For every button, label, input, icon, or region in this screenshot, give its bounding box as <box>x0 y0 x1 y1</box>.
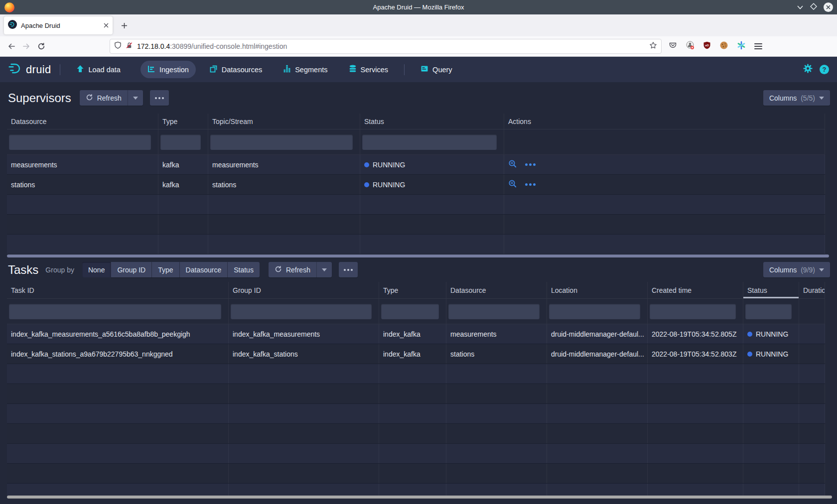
cell-location: druid-middlemanager-defaul... <box>547 324 648 344</box>
filter-status-input[interactable] <box>745 304 792 319</box>
running-dot-icon <box>747 352 752 357</box>
col-header-group-id[interactable]: Group ID <box>229 282 379 298</box>
tasks-table-header: Task ID Group ID Type Datasource Locatio… <box>7 282 825 299</box>
ublock-icon[interactable]: uO <box>703 41 711 51</box>
cell-actions <box>504 155 825 174</box>
tasks-table: Task ID Group ID Type Datasource Locatio… <box>7 282 825 496</box>
cell-topic: measurements <box>208 155 360 174</box>
tab-bar: Apache Druid <box>0 14 837 36</box>
cell-type: index_kafka <box>379 324 446 344</box>
url-text: 172.18.0.4:30899/unified-console.html#in… <box>137 42 649 50</box>
reload-icon[interactable] <box>34 39 49 54</box>
nav-query[interactable]: Query <box>414 61 459 78</box>
druid-brand[interactable]: druid <box>7 62 51 77</box>
back-icon[interactable] <box>4 39 19 54</box>
col-header-location[interactable]: Location <box>547 282 648 298</box>
close-window-icon[interactable] <box>824 2 833 12</box>
running-dot-icon <box>364 182 369 187</box>
empty-row <box>7 424 825 444</box>
nav-segments[interactable]: Segments <box>276 61 334 78</box>
supervisors-refresh-dropdown[interactable] <box>128 90 143 106</box>
druid-navbar: druid Load data Ingestion Datasources Se… <box>0 57 837 82</box>
supervisor-actions-more-icon[interactable] <box>525 163 536 166</box>
bookmark-star-icon[interactable] <box>649 41 657 51</box>
extension-blocked-icon[interactable] <box>686 41 695 52</box>
nav-datasources[interactable]: Datasources <box>203 61 269 78</box>
supervisor-row[interactable]: measurements kafka measurements RUNNING <box>7 155 825 175</box>
supervisor-detail-magnifier-icon[interactable] <box>508 179 517 190</box>
filter-group-id-input[interactable] <box>231 304 372 319</box>
col-header-topic-stream[interactable]: Topic/Stream <box>208 114 360 129</box>
insecure-lock-icon[interactable] <box>126 41 133 51</box>
col-header-datasource[interactable]: Datasource <box>7 114 158 129</box>
filter-type-input[interactable] <box>160 134 201 150</box>
filter-datasource-input[interactable] <box>9 134 151 150</box>
tracking-shield-icon[interactable] <box>114 41 122 51</box>
forward-icon[interactable] <box>19 39 34 54</box>
cookie-icon[interactable] <box>719 41 728 52</box>
col-header-status-sorted[interactable]: Status <box>743 282 799 298</box>
settings-gear-icon[interactable] <box>803 64 813 75</box>
nav-load-data[interactable]: Load data <box>69 61 128 78</box>
menu-hamburger-icon[interactable] <box>754 43 762 49</box>
group-by-none-button[interactable]: None <box>82 262 111 277</box>
supervisors-more-button[interactable] <box>150 90 169 106</box>
columns-count: (9/9) <box>801 266 815 274</box>
extension-asterisk-icon[interactable] <box>737 41 746 52</box>
filter-created-time-input[interactable] <box>650 304 736 319</box>
col-header-type[interactable]: Type <box>379 282 446 298</box>
supervisors-rows: measurements kafka measurements RUNNING … <box>7 155 825 254</box>
minimize-icon[interactable] <box>797 3 804 12</box>
col-header-status[interactable]: Status <box>360 114 504 129</box>
url-bar[interactable]: 172.18.0.4:30899/unified-console.html#in… <box>110 39 662 54</box>
tasks-header: Tasks Group by None Group ID Type Dataso… <box>0 257 837 282</box>
help-icon[interactable]: ? <box>820 65 829 74</box>
navbar-divider <box>60 64 60 75</box>
task-row[interactable]: index_kafka_measurements_a5616c5ba8afb8b… <box>7 324 825 344</box>
url-path: :30899/unified-console.html#ingestion <box>170 42 287 50</box>
group-by-group-id-button[interactable]: Group ID <box>111 262 152 277</box>
tasks-horizontal-scrollbar[interactable] <box>7 496 832 499</box>
chevron-down-icon <box>819 97 824 100</box>
refresh-label: Refresh <box>286 266 310 274</box>
task-row[interactable]: index_kafka_stations_a9a679b22795b63_nnk… <box>7 344 825 364</box>
load-data-icon <box>76 65 84 74</box>
cell-status: RUNNING <box>743 324 799 344</box>
col-header-duration[interactable]: Duration <box>799 282 825 298</box>
nav-services[interactable]: Services <box>342 61 396 78</box>
ingestion-icon <box>147 65 155 74</box>
supervisor-row[interactable]: stations kafka stations RUNNING <box>7 175 825 195</box>
filter-type-input[interactable] <box>381 304 439 319</box>
supervisor-actions-more-icon[interactable] <box>525 183 536 186</box>
pocket-icon[interactable] <box>669 41 677 51</box>
tasks-columns-button[interactable]: Columns (9/9) <box>763 262 830 277</box>
tasks-more-button[interactable] <box>339 262 358 277</box>
filter-status-input[interactable] <box>362 134 497 150</box>
nav-datasources-label: Datasources <box>222 66 262 74</box>
tasks-refresh-button[interactable]: Refresh <box>269 262 316 277</box>
tab-apache-druid[interactable]: Apache Druid <box>4 16 113 34</box>
window-titlebar: Apache Druid — Mozilla Firefox <box>0 0 837 14</box>
col-header-created-time[interactable]: Created time <box>648 282 743 298</box>
maximize-icon[interactable] <box>810 3 817 12</box>
tab-close-icon[interactable] <box>104 21 109 30</box>
col-header-task-id[interactable]: Task ID <box>7 282 229 298</box>
cell-task-id: index_kafka_stations_a9a679b22795b63_nnk… <box>7 344 229 364</box>
filter-location-input[interactable] <box>549 304 640 319</box>
empty-row <box>7 464 825 484</box>
supervisors-columns-button[interactable]: Columns (5/5) <box>763 90 830 106</box>
group-by-datasource-button[interactable]: Datasource <box>180 262 228 277</box>
group-by-status-button[interactable]: Status <box>228 262 260 277</box>
supervisor-detail-magnifier-icon[interactable] <box>508 159 517 170</box>
tasks-refresh-dropdown[interactable] <box>316 262 332 277</box>
col-header-datasource[interactable]: Datasource <box>446 282 547 298</box>
col-header-type[interactable]: Type <box>158 114 208 129</box>
group-by-type-button[interactable]: Type <box>152 262 179 277</box>
empty-row <box>7 404 825 424</box>
nav-ingestion[interactable]: Ingestion <box>140 61 196 78</box>
supervisors-refresh-button[interactable]: Refresh <box>80 90 128 106</box>
new-tab-button[interactable] <box>117 18 132 33</box>
filter-task-id-input[interactable] <box>9 304 221 319</box>
filter-datasource-input[interactable] <box>448 304 540 319</box>
filter-topic-input[interactable] <box>210 134 353 150</box>
